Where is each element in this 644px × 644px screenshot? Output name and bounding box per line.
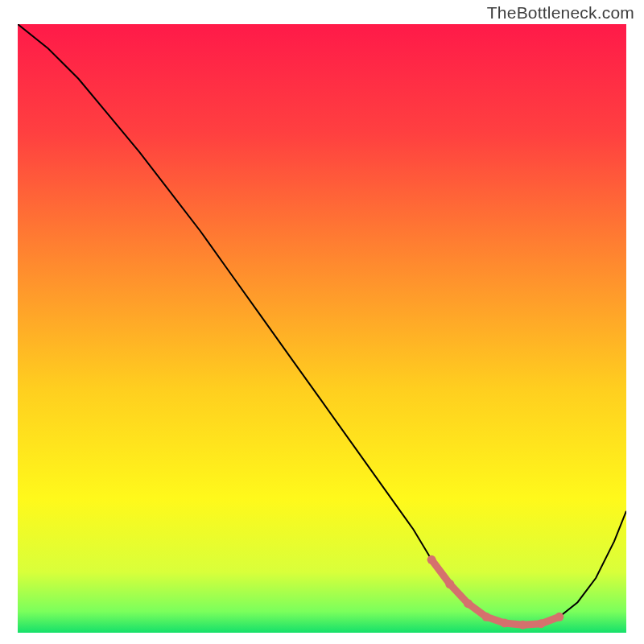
sweet-spot-marker xyxy=(518,621,527,630)
sweet-spot-marker xyxy=(500,618,509,627)
chart-plot-area xyxy=(18,24,626,633)
chart-container: TheBottleneck.com xyxy=(0,0,644,644)
sweet-spot-marker xyxy=(555,613,564,621)
chart-svg xyxy=(18,24,626,633)
sweet-spot-marker xyxy=(537,619,546,628)
watermark-text: TheBottleneck.com xyxy=(487,3,634,23)
sweet-spot-marker xyxy=(464,599,473,608)
sweet-spot-marker xyxy=(482,613,491,621)
sweet-spot-marker xyxy=(427,555,436,564)
sweet-spot-marker xyxy=(445,580,454,588)
